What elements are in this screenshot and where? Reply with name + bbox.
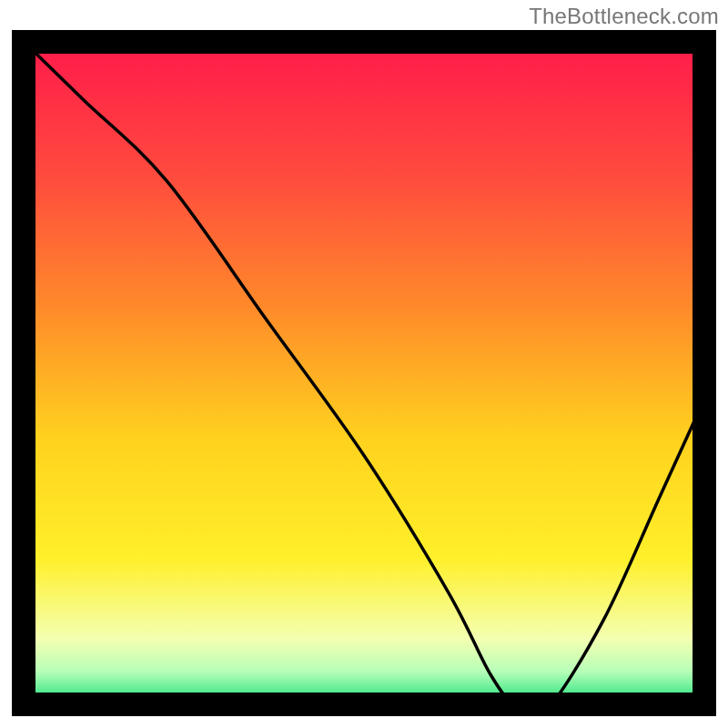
chart-container: TheBottleneck.com [0,0,728,728]
bottleneck-chart [0,0,728,728]
watermark-text: TheBottleneck.com [529,4,719,29]
gradient-background [24,42,704,704]
